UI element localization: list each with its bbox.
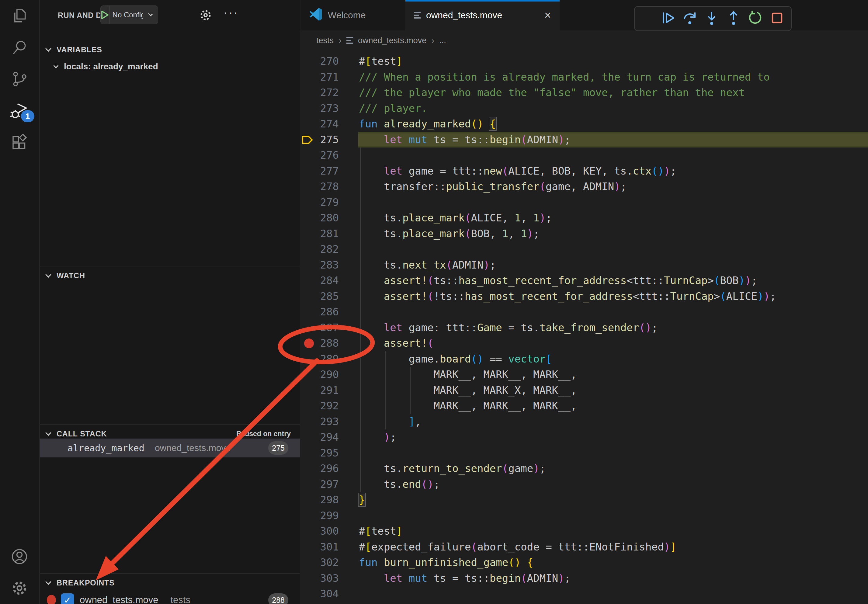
account-icon[interactable] — [0, 541, 39, 572]
close-icon[interactable]: × — [544, 9, 551, 22]
launch-settings-gear-icon[interactable] — [198, 8, 213, 24]
line-number[interactable]: 280 — [301, 210, 339, 226]
code-text[interactable]: /// player. — [359, 101, 427, 116]
code-text[interactable]: MARK__, MARK__, MARK__, — [359, 398, 577, 414]
code-text[interactable]: #[test] — [359, 523, 402, 539]
line-number[interactable]: 287 — [301, 320, 339, 336]
code-text[interactable]: ], — [359, 414, 421, 430]
tab-owned-tests-move[interactable]: owned_tests.move × — [405, 0, 560, 30]
breakpoint-row[interactable]: ✓ owned_tests.move tests 288 — [40, 591, 300, 604]
more-actions-icon[interactable]: ··· — [223, 5, 239, 20]
drag-grip-icon[interactable] — [642, 11, 654, 26]
section-breakpoints[interactable]: BREAKPOINTS — [40, 574, 300, 592]
step-into-icon[interactable] — [704, 11, 719, 26]
line-number[interactable]: 274 — [301, 116, 339, 132]
line-number[interactable]: 302 — [301, 555, 339, 570]
locals-scope-row[interactable]: locals: already_marked — [40, 58, 300, 75]
code-line: 274fun already_marked() { — [301, 116, 868, 132]
restart-icon[interactable] — [748, 11, 763, 26]
stop-icon[interactable] — [770, 11, 784, 26]
code-text[interactable]: #[expected_failure(abort_code = ttt::ENo… — [359, 539, 676, 555]
line-number[interactable]: 294 — [301, 429, 339, 445]
line-number[interactable]: 288 — [301, 336, 339, 351]
breadcrumb-item-symbol[interactable]: ... — [439, 36, 446, 45]
line-number[interactable]: 295 — [301, 445, 339, 461]
code-text[interactable]: let mut ts = ts::begin(ADMIN); — [359, 132, 570, 148]
code-text[interactable]: transfer::public_transfer(game, ADMIN); — [359, 179, 626, 195]
line-number[interactable]: 303 — [301, 570, 339, 586]
code-text[interactable]: MARK__, MARK__, MARK__, — [359, 367, 577, 383]
debug-config-label: No Configura — [110, 11, 143, 19]
breadcrumb-item-file[interactable]: owned_tests.move — [358, 36, 426, 45]
line-number[interactable]: 285 — [301, 289, 339, 304]
line-number[interactable]: 281 — [301, 226, 339, 242]
line-number[interactable]: 296 — [301, 461, 339, 477]
line-number[interactable]: 289 — [301, 351, 339, 367]
line-number[interactable]: 275 — [301, 132, 339, 148]
line-number[interactable]: 279 — [301, 195, 339, 211]
line-number[interactable]: 270 — [301, 54, 339, 69]
line-number[interactable]: 291 — [301, 383, 339, 398]
line-number[interactable]: 293 — [301, 414, 339, 430]
line-number[interactable]: 282 — [301, 242, 339, 257]
code-text[interactable]: assert!(ts::has_most_recent_for_address<… — [359, 273, 757, 289]
code-text[interactable]: /// When a position is already marked, t… — [359, 69, 770, 85]
line-number[interactable]: 271 — [301, 69, 339, 85]
source-control-icon[interactable] — [0, 63, 39, 95]
code-line: 276 — [301, 147, 868, 163]
line-number[interactable]: 286 — [301, 304, 339, 320]
code-text[interactable]: assert!(!ts::has_most_recent_for_address… — [359, 289, 776, 304]
code-text[interactable]: } — [359, 492, 365, 508]
line-number[interactable]: 283 — [301, 257, 339, 273]
line-number[interactable]: 292 — [301, 398, 339, 414]
line-number[interactable]: 272 — [301, 85, 339, 101]
section-variables[interactable]: VARIABLES — [40, 41, 300, 58]
line-number[interactable]: 301 — [301, 539, 339, 555]
code-text[interactable]: fun burn_unfinished_game() { — [359, 555, 533, 570]
code-text[interactable]: ); — [359, 429, 396, 445]
code-text[interactable]: let game: ttt::Game = ts.take_from_sende… — [359, 320, 658, 336]
code-text[interactable]: assert!( — [359, 336, 434, 351]
code-text[interactable]: ts.return_to_sender(game); — [359, 461, 546, 477]
run-and-debug-icon[interactable]: 1 — [0, 95, 39, 127]
line-number[interactable]: 304 — [301, 586, 339, 602]
extensions-icon[interactable] — [0, 127, 39, 158]
step-over-icon[interactable] — [682, 11, 697, 26]
code-text[interactable]: game.board() == vector[ — [359, 351, 552, 367]
line-number[interactable]: 276 — [301, 147, 339, 163]
code-text[interactable]: ts.place_mark(BOB, 1, 1); — [359, 226, 539, 242]
debug-start-icon[interactable] — [101, 6, 110, 24]
line-number[interactable]: 284 — [301, 273, 339, 289]
code-text[interactable]: ts.end(); — [359, 477, 440, 492]
code-text[interactable]: #[test] — [359, 54, 402, 69]
code-text[interactable]: ts.place_mark(ALICE, 1, 1); — [359, 210, 552, 226]
line-number[interactable]: 297 — [301, 477, 339, 492]
code-text[interactable]: let mut ts = ts::begin(ADMIN); — [359, 570, 570, 586]
debug-config-dropdown[interactable]: No Configura — [100, 5, 158, 24]
code-text[interactable]: let game = ttt::new(ALICE, BOB, KEY, ts.… — [359, 163, 676, 179]
code-text[interactable]: /// the player who made the "false" move… — [359, 85, 745, 101]
line-number[interactable]: 278 — [301, 179, 339, 195]
line-number[interactable]: 299 — [301, 508, 339, 524]
line-number[interactable]: 277 — [301, 163, 339, 179]
line-number[interactable]: 273 — [301, 101, 339, 116]
section-watch[interactable]: WATCH — [40, 267, 300, 284]
line-number[interactable]: 290 — [301, 367, 339, 383]
code-line: 285 assert!(!ts::has_most_recent_for_add… — [301, 289, 868, 304]
code-text[interactable]: fun already_marked() { — [359, 116, 496, 132]
code-text[interactable]: ts.next_tx(ADMIN); — [359, 257, 496, 273]
explorer-icon[interactable] — [0, 0, 39, 32]
breakpoint-checkbox[interactable]: ✓ — [61, 593, 74, 604]
continue-icon[interactable] — [661, 11, 676, 26]
line-number[interactable]: 300 — [301, 523, 339, 539]
debug-toolbar — [634, 6, 792, 31]
line-number[interactable]: 298 — [301, 492, 339, 508]
breadcrumb-item-tests[interactable]: tests — [316, 36, 334, 45]
code-editor[interactable]: 270#[test]271/// When a position is alre… — [301, 51, 868, 604]
call-stack-frame-row[interactable]: already_marked owned_tests.move 275 — [40, 438, 300, 457]
search-icon[interactable] — [0, 32, 39, 63]
code-text[interactable]: MARK__, MARK_X, MARK__, — [359, 383, 577, 398]
tab-welcome[interactable]: Welcome — [301, 0, 405, 30]
step-out-icon[interactable] — [726, 11, 741, 26]
settings-gear-icon[interactable] — [0, 572, 39, 604]
